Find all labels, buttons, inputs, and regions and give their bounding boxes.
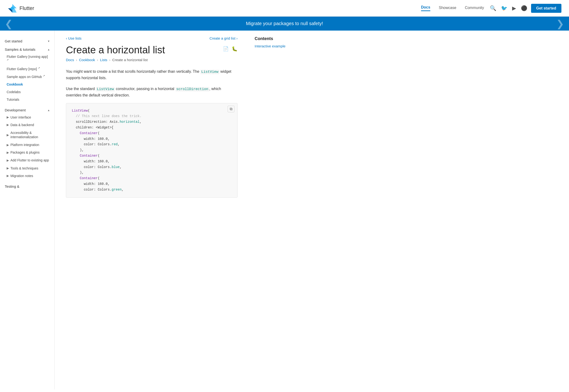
listview-link2[interactable]: ListView [96,87,115,91]
logo-area[interactable]: Flutter [8,3,34,13]
expand-icon: ▶ [7,123,9,126]
sidebar-cookbook[interactable]: Cookbook [0,81,54,88]
site-header: Flutter Docs Showcase Community 🔍 🐦 ▶ ⚫ … [0,0,569,17]
second-text2: constructor, passing in a horizontal [116,87,174,91]
file-icon[interactable]: 📄 [223,46,229,52]
expand-icon: ▶ [7,151,9,154]
main-content: ‹ Use lists Create a grid list › Create … [55,30,249,389]
sidebar-platform-integration[interactable]: ▶ Platform integration [0,141,54,149]
sidebar-item-testing[interactable]: Testing & [0,182,54,190]
code-block: ListView( // This next line does the tri… [66,103,237,197]
sidebar-development-label: Development [5,108,26,112]
page-title: Create a horizontal list [66,44,165,56]
sidebar-tutorials[interactable]: Tutorials [0,96,54,103]
sidebar-data-backend[interactable]: ▶ Data & backend [0,121,54,129]
breadcrumb-docs[interactable]: Docs [66,58,74,62]
github-icon[interactable]: ⚫ [521,5,527,11]
search-icon[interactable]: 🔍 [490,5,496,11]
banner-text: Migrate your packages to null safety! [246,21,323,26]
sidebar-codelabs[interactable]: Codelabs [0,88,54,96]
prev-page-link[interactable]: ‹ Use lists [66,36,82,40]
get-started-button[interactable]: Get started [531,4,561,13]
sidebar-item-samples[interactable]: Samples & tutorials ▴ [0,44,54,53]
page-layout: Get started ▾ Samples & tutorials ▴ Flut… [0,30,569,389]
twitter-icon[interactable]: 🐦 [501,5,507,11]
banner-prev-icon[interactable]: ❮ [5,18,13,29]
sidebar-samples-label: Samples & tutorials [5,47,35,51]
logo-text: Flutter [19,5,34,11]
nav-icons: 🔍 🐦 ▶ ⚫ [490,5,527,11]
next-page-link[interactable]: Create a grid list › [210,36,238,40]
nav-community[interactable]: Community [465,6,484,11]
sidebar-testing-label: Testing & [5,184,19,188]
sidebar-add-flutter[interactable]: ▶ Add Flutter to existing app [0,156,54,164]
right-panel: Contents Interactive example [249,30,301,389]
expand-icon: ▶ [7,166,9,170]
contents-title: Contents [255,36,295,41]
expand-icon: ▶ [7,143,9,147]
page-navigation: ‹ Use lists Create a grid list › [66,36,238,40]
second-paragraph: Use the standard ListView constructor, p… [66,86,238,98]
sidebar: Get started ▾ Samples & tutorials ▴ Flut… [0,30,55,389]
breadcrumb-lists[interactable]: Lists [100,58,107,62]
listview-link1[interactable]: ListView [200,70,219,74]
sidebar-user-interface[interactable]: ▶ User interface [0,113,54,121]
sidebar-packages-plugins[interactable]: ▶ Packages & plugins [0,149,54,156]
breadcrumb-sep3: › [109,58,111,62]
expand-icon: ▶ [7,115,9,119]
sidebar-item-development[interactable]: Development ▴ [0,105,54,113]
contents-interactive-example[interactable]: Interactive example [255,44,285,48]
sidebar-tools-techniques[interactable]: ▶ Tools & techniques [0,165,54,172]
nav-showcase[interactable]: Showcase [439,6,456,11]
breadcrumb-sep1: › [76,58,77,62]
breadcrumb-cookbook[interactable]: Cookbook [79,58,95,62]
sidebar-cookbook-link[interactable]: Cookbook [7,83,23,86]
samples-chevron: ▴ [48,48,50,51]
sidebar-gallery-repo[interactable]: Flutter Gallery [repo] ↗ [0,65,54,73]
sidebar-get-started-label: Get started [5,39,22,43]
announcement-banner: ❮ Migrate your packages to null safety! … [0,17,569,30]
banner-next-icon[interactable]: ❯ [556,18,564,29]
expand-icon: ▶ [7,159,9,162]
expand-icon: ▶ [7,133,9,137]
intro-text1: You might want to create a list that scr… [66,70,199,73]
second-text1: Use the standard [66,87,95,91]
development-chevron: ▴ [48,108,50,112]
youtube-icon[interactable]: ▶ [512,5,516,11]
intro-paragraph: You might want to create a list that scr… [66,69,238,81]
flutter-logo-icon [8,3,17,13]
expand-icon: ▶ [7,174,9,178]
sidebar-gallery-running[interactable]: Flutter Gallery [running app] ↗ [0,53,54,65]
bug-icon[interactable]: 🐛 [232,46,238,52]
breadcrumb-sep2: › [97,58,98,62]
sidebar-migration-notes[interactable]: ▶ Migration notes [0,172,54,180]
scroll-direction-link[interactable]: scrollDirection [175,87,209,91]
title-icons: 📄 🐛 [223,46,238,52]
get-started-chevron: ▾ [48,39,50,43]
nav-docs[interactable]: Docs [421,5,430,11]
sidebar-sample-apps[interactable]: Sample apps on GitHub ↗ [0,72,54,81]
breadcrumb-current: Create a horizontal list [112,58,148,62]
sidebar-accessibility[interactable]: ▶ Accessibility & internationalization [0,129,54,141]
code-block-wrapper: ⧉ ListView( // This next line does the t… [66,103,238,198]
main-nav: Docs Showcase Community [421,5,484,11]
sidebar-item-get-started[interactable]: Get started ▾ [0,36,54,44]
page-title-row: Create a horizontal list 📄 🐛 [66,44,238,56]
breadcrumb: Docs › Cookbook › Lists › Create a horiz… [66,58,238,62]
copy-code-button[interactable]: ⧉ [228,106,234,112]
